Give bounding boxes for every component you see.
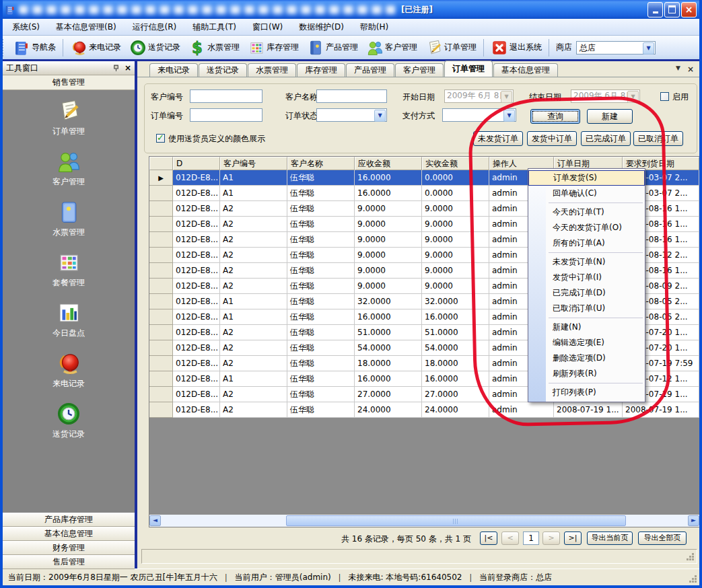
sidebar-item[interactable]: 水票管理	[52, 199, 85, 238]
sidebar-item[interactable]: 送货记录	[52, 401, 85, 440]
sidebar-item[interactable]: 订单管理	[52, 98, 85, 137]
menubar-item[interactable]: 数据维护(D)	[291, 20, 352, 35]
sidebar-section-sales[interactable]: 销售管理	[3, 75, 135, 90]
context-menu-item[interactable]: 回单确认(C)	[528, 186, 645, 201]
row-selector[interactable]	[149, 263, 173, 279]
tab[interactable]: 基本信息管理	[493, 63, 558, 77]
column-header[interactable]: 实收金额	[422, 157, 489, 170]
close-button[interactable]: ×	[681, 2, 697, 17]
scroll-right-icon[interactable]: ►	[688, 515, 699, 526]
toolbar-button[interactable]: 送货记录	[125, 38, 184, 58]
sidebar-group-button[interactable]: 基本信息管理	[3, 527, 135, 541]
context-menu-item[interactable]: 未发货订单(N)	[528, 254, 645, 270]
context-menu-item[interactable]: 订单发货(S)	[528, 170, 645, 186]
new-button[interactable]: 新建	[587, 109, 633, 124]
prev-page-button[interactable]: <	[501, 531, 519, 545]
menubar-item[interactable]: 窗口(W)	[244, 20, 291, 35]
menubar-item[interactable]: 辅助工具(T)	[184, 20, 244, 35]
row-selector[interactable]	[149, 387, 173, 402]
status-filter-button[interactable]: 未发货订单	[473, 131, 523, 146]
column-header[interactable]: 客户名称	[287, 157, 355, 170]
chevron-down-icon[interactable]: ▼	[643, 42, 654, 54]
enable-date-checkbox[interactable]	[660, 92, 669, 101]
row-selector[interactable]	[149, 340, 173, 356]
sidebar-group-button[interactable]: 产品库存管理	[3, 513, 135, 527]
context-menu-item[interactable]: 打印列表(P)	[528, 385, 645, 400]
column-header[interactable]: 客户编号	[220, 157, 287, 170]
order-code-input[interactable]	[190, 108, 262, 122]
export-all-pages-button[interactable]: 导出全部页	[638, 531, 687, 545]
tab[interactable]: 产品管理	[346, 63, 394, 77]
sidebar-group-button[interactable]: 售后管理	[3, 555, 135, 569]
delivery-color-checkbox[interactable]	[156, 134, 165, 143]
minimize-button[interactable]	[647, 2, 663, 17]
status-filter-button[interactable]: 已完成订单	[581, 131, 631, 146]
pay-method-select[interactable]: ▼	[442, 108, 516, 122]
chevron-down-icon[interactable]: ▼	[503, 110, 515, 122]
query-button[interactable]: 查询	[530, 109, 580, 124]
tab[interactable]: 库存管理	[297, 63, 345, 77]
toolbar-button[interactable]: 水票管理	[184, 38, 244, 58]
context-menu-item[interactable]: 删除选定项(D)	[528, 351, 645, 366]
context-menu-item[interactable]: 刷新列表(R)	[528, 366, 645, 381]
page-number-input[interactable]	[523, 531, 539, 545]
table-row[interactable]: 012D-E8...A2伍华聪24.000024.0000admin2008-0…	[149, 402, 699, 418]
sidebar-item[interactable]: 客户管理	[52, 149, 85, 188]
toolbar-button[interactable]: 导航条	[9, 38, 60, 58]
context-menu-item[interactable]: 新建(N)	[528, 320, 645, 335]
tab-list-dropdown-icon[interactable]: ▼	[676, 65, 680, 74]
toolbar-button[interactable]: 来电记录	[66, 38, 125, 58]
context-menu-item[interactable]: 已完成订单(D)	[528, 285, 645, 301]
sidebar-item[interactable]: 套餐管理	[52, 250, 85, 289]
menubar-item[interactable]: 帮助(H)	[352, 20, 396, 35]
tab-close-icon[interactable]: ×	[687, 65, 694, 74]
row-selector[interactable]	[149, 248, 173, 263]
chevron-down-icon[interactable]: ▼	[374, 110, 386, 122]
horizontal-scrollbar[interactable]: ◄ ►	[149, 515, 699, 527]
sidebar-item[interactable]: 来电记录	[52, 351, 85, 390]
tab[interactable]: 客户管理	[395, 63, 444, 77]
row-selector[interactable]	[149, 371, 173, 387]
row-selector[interactable]	[149, 217, 173, 232]
toolbar-button[interactable]: 退出系统	[487, 38, 546, 58]
order-status-select[interactable]: ▼	[316, 108, 387, 122]
sidebar-group-button[interactable]: 财务管理	[3, 541, 135, 555]
toolbar-button[interactable]: 库存管理	[244, 38, 303, 58]
toolbar-button[interactable]: 客户管理	[362, 38, 421, 58]
first-page-button[interactable]: |<	[480, 531, 497, 545]
toolbar-button[interactable]: 产品管理	[303, 38, 362, 58]
row-selector[interactable]	[149, 356, 173, 371]
customer-code-input[interactable]	[190, 89, 262, 103]
customer-name-input[interactable]	[316, 89, 387, 103]
scrollbar-thumb[interactable]	[286, 515, 626, 526]
tab[interactable]: 送货记录	[199, 63, 247, 77]
row-selector[interactable]: ▶	[149, 170, 173, 186]
status-filter-button[interactable]: 发货中订单	[527, 131, 577, 146]
column-header[interactable]: D	[173, 157, 220, 170]
menubar-item[interactable]: 系统(S)	[4, 20, 48, 35]
pin-icon[interactable]	[112, 65, 120, 72]
context-menu-item[interactable]: 发货中订单(I)	[528, 270, 645, 285]
maximize-button[interactable]	[664, 2, 680, 17]
context-menu-item[interactable]: 今天的发货订单(O)	[528, 220, 645, 235]
resize-grip[interactable]	[689, 575, 697, 583]
row-selector[interactable]	[149, 402, 173, 418]
shop-select[interactable]: 总店 ▼	[576, 41, 656, 54]
row-selector[interactable]	[149, 201, 173, 217]
last-page-button[interactable]: >|	[564, 531, 582, 545]
status-filter-button[interactable]: 已取消订单	[633, 131, 683, 146]
toolbar-button[interactable]: 订单管理	[421, 38, 481, 58]
tab[interactable]: 水票管理	[248, 63, 296, 77]
tool-window-close-icon[interactable]: ×	[125, 63, 131, 73]
scroll-left-icon[interactable]: ◄	[149, 515, 161, 526]
row-selector[interactable]	[149, 232, 173, 248]
export-current-page-button[interactable]: 导出当前页	[587, 531, 633, 545]
start-date-picker[interactable]: 2009年 6月 8日 ▼	[444, 89, 514, 103]
context-menu-item[interactable]: 所有的订单(A)	[528, 235, 645, 251]
end-date-picker[interactable]: 2009年 6月 8日 ▼	[571, 89, 640, 103]
tab[interactable]: 来电记录	[149, 63, 198, 77]
context-menu-item[interactable]: 已取消订单(U)	[528, 301, 645, 316]
row-selector[interactable]	[149, 309, 173, 325]
row-selector[interactable]	[149, 294, 173, 309]
context-menu-item[interactable]: 今天的订单(T)	[528, 205, 645, 220]
